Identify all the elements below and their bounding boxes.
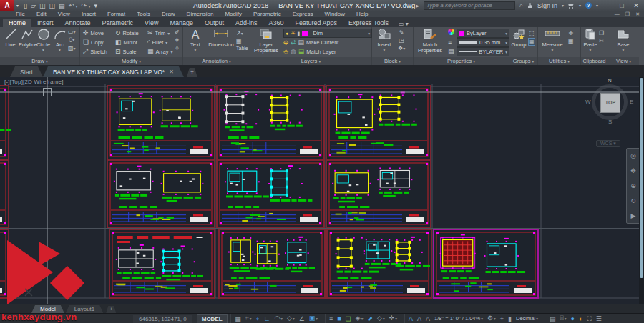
array-tool-button[interactable]: ▦Array▾ (147, 48, 172, 55)
match-properties-button[interactable]: Match Properties (415, 28, 445, 54)
ribbon-tab-parametric[interactable]: Parametric (97, 19, 140, 27)
explode-tool-icon[interactable]: ✲ (175, 37, 180, 44)
ortho-mode-icon[interactable]: ∟ (262, 314, 272, 323)
menu-insert[interactable]: Insert (76, 11, 102, 17)
object-snap-icon-dropdown[interactable]: ▾ (316, 317, 318, 321)
navigation-wheel-icon[interactable]: ◎ (630, 152, 636, 159)
isometric-drafting-icon-dropdown[interactable]: ▾ (293, 317, 295, 321)
viewcube-top-face[interactable]: TOP (600, 93, 620, 113)
ribbon-display-toggle[interactable]: ▭ ▾ (399, 21, 409, 27)
quick-properties-icon[interactable]: ▤ (547, 314, 557, 323)
vertical-scrollbar-thumb[interactable] (640, 78, 643, 278)
application-menu-button[interactable]: A (0, 0, 14, 11)
object-isolate-icon[interactable]: ● (569, 314, 576, 323)
search-flyout-icon[interactable]: ▸ (416, 2, 419, 9)
model-space-button[interactable]: MODEL (197, 314, 228, 323)
menu-view[interactable]: View (52, 11, 76, 17)
isometric-drafting-icon[interactable]: ◇▾ (286, 314, 297, 323)
ribbon-tab-manage[interactable]: Manage (164, 19, 199, 27)
qat-customize-icon[interactable]: ▾ (94, 2, 98, 9)
panel-label-groups[interactable]: Groups▾ (509, 57, 537, 65)
selection-filtering-icon[interactable]: ◇▾ (376, 314, 387, 323)
gizmo-icon[interactable]: ✛▾ (387, 314, 399, 323)
menu-parametric[interactable]: Parametric (248, 11, 287, 17)
panel-label-layers[interactable]: Layers▾ (250, 57, 371, 65)
rotate-tool-button[interactable]: ↻Rotate (115, 29, 139, 36)
snap-mode-icon-dropdown[interactable]: ▾ (250, 317, 252, 321)
copy-tool-button[interactable]: ❏Copy (83, 39, 104, 46)
insert-block-button[interactable]: Insert▾ (374, 28, 395, 52)
minimize-button[interactable]: — (602, 2, 613, 9)
doc-minimize-button[interactable]: — (615, 11, 620, 17)
new-file-icon[interactable]: ▯ (24, 2, 27, 9)
customize-icon[interactable]: ☰ (594, 314, 603, 323)
menu-draw[interactable]: Draw (156, 11, 181, 17)
3d-object-snap-icon[interactable]: ◈▾ (353, 314, 365, 323)
panel-label-properties[interactable]: Properties▾ (414, 57, 509, 65)
gizmo-icon-dropdown[interactable]: ▾ (395, 317, 397, 321)
lock-ui-icon[interactable]: ⌸▾ (558, 314, 568, 323)
transparency-icon[interactable]: ■ (336, 314, 343, 323)
selection-cycling-icon[interactable]: ❏ (343, 314, 353, 323)
ribbon-tab-view[interactable]: View (139, 19, 164, 27)
text-tool-button[interactable]: A Text▾ (186, 28, 205, 52)
menu-tools[interactable]: Tools (131, 11, 156, 17)
menu-format[interactable]: Format (102, 11, 131, 17)
quick-calc-icon[interactable]: ▦ (568, 38, 574, 44)
panel-label-block[interactable]: Block▾ (372, 57, 413, 65)
mirror-tool-button[interactable]: ◧Mirror (115, 39, 137, 46)
viewcube-east[interactable]: E (630, 99, 633, 105)
show-motion-icon[interactable]: ▶ (631, 212, 636, 219)
block-edit-icon[interactable]: ✎ (398, 29, 405, 36)
arc-tool-button[interactable]: Arc▾ (52, 28, 68, 52)
doc-restore-button[interactable]: ❐ (625, 11, 630, 17)
ellipse-tool-icon[interactable]: ⬯▾ (68, 36, 76, 44)
group-edit-icon[interactable]: ▦ (528, 38, 535, 46)
undo-icon[interactable]: ↶ ▾ (68, 2, 77, 9)
app-store-cart-icon[interactable] (568, 3, 575, 9)
doc-close-button[interactable]: ✕ (635, 11, 640, 17)
sign-in-button[interactable]: Sign In (537, 2, 557, 9)
scale-value-dropdown[interactable]: ▾ (481, 317, 483, 321)
menu-window[interactable]: Window (319, 11, 351, 17)
dimension-tool-button[interactable]: Dimension (206, 28, 236, 48)
annotation-monitor-icon[interactable]: ▮ (507, 314, 514, 323)
workspace-icon-dropdown[interactable]: ▾ (494, 317, 496, 321)
trim-tool-button[interactable]: ✂Trim▾ (147, 29, 170, 36)
snap-mode-icon[interactable]: ⌗▾ (243, 314, 253, 323)
cut-clip-icon[interactable]: ✂ (599, 38, 604, 44)
undo-icon-dropdown[interactable]: ▾ (75, 4, 77, 9)
line-tool-button[interactable]: Line (2, 28, 19, 48)
save-icon[interactable]: ◫ (39, 2, 46, 9)
units-value-dropdown[interactable]: ▾ (536, 317, 538, 321)
offset-tool-icon[interactable]: ◊ (175, 45, 180, 51)
object-color-dropdown[interactable]: ByLayer▾ (457, 29, 509, 38)
layer-properties-button[interactable]: Layer Properties (252, 28, 280, 54)
grid-display-icon[interactable]: ▦ (233, 314, 243, 323)
lineweight-dropdown[interactable]: 0.35 mm▾ (457, 38, 509, 47)
table-tool-label[interactable]: Table (236, 46, 248, 51)
lineweight-icon[interactable]: ≡ (328, 314, 335, 323)
circle-tool-button[interactable]: Circle▾ (35, 28, 52, 52)
ungroup-icon[interactable]: ⬚ (528, 30, 535, 36)
match-layer-button[interactable]: ⬘ ◍ ⬓ Match Layer (283, 48, 336, 55)
table-tool-icon[interactable]: ▦ (236, 38, 242, 44)
application-menu-arrow-icon[interactable]: ▾ (14, 3, 21, 8)
polar-tracking-icon[interactable]: ◠▾ (273, 314, 285, 323)
zoom-icon[interactable]: ⊕ (630, 182, 636, 189)
viewcube-south[interactable]: S (608, 119, 612, 125)
stretch-tool-button[interactable]: ⤢Stretch (83, 48, 107, 56)
annotation-visibility-icon[interactable]: A (407, 314, 415, 323)
id-point-icon[interactable]: ✛ (568, 30, 574, 36)
object-snap-icon[interactable]: ▣▾ (307, 314, 319, 323)
workspace-icon[interactable]: ⚙▾ (485, 314, 497, 323)
dynamic-ucs-icon[interactable]: ⬈ (366, 314, 375, 323)
panel-label-utilities[interactable]: Utilities▾ (538, 57, 580, 65)
group-button[interactable]: Group (510, 28, 527, 48)
block-attribute-icon[interactable]: ◳ (398, 37, 405, 44)
viewcube-north[interactable]: N (608, 77, 612, 84)
wcs-dropdown[interactable]: WCS ▾ (596, 140, 620, 147)
panel-label-modify[interactable]: Modify▾ (80, 57, 182, 65)
viewcube-west[interactable]: W (585, 99, 591, 105)
navigation-bar[interactable]: ◎✥⊕↻▶ (626, 148, 640, 224)
